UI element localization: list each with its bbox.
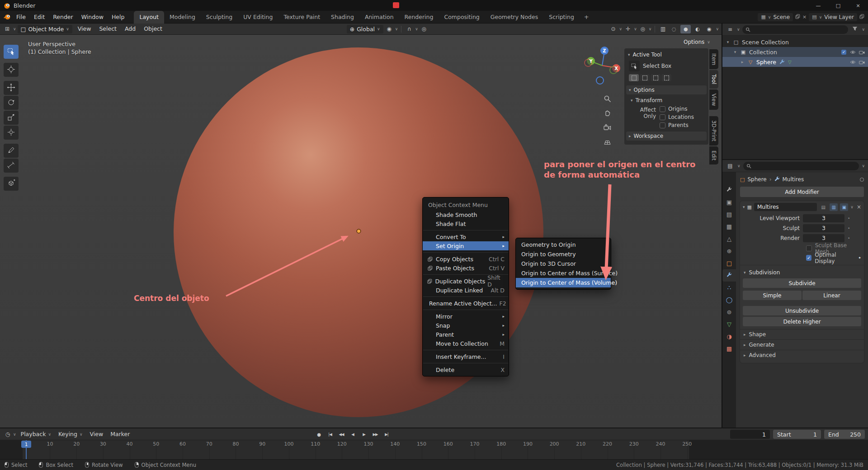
overlays-icon[interactable]: ◎ [638, 26, 647, 32]
tool-add-cube[interactable] [4, 177, 19, 191]
viewport-menu-object[interactable]: Object [140, 23, 166, 35]
close-button[interactable]: × [848, 0, 868, 11]
camera-icon[interactable] [859, 60, 865, 64]
shading-rendered-button[interactable]: ◉ [704, 25, 714, 33]
orthographic-grid-icon[interactable] [603, 138, 611, 146]
modifier-name-field[interactable]: Multires [754, 203, 817, 211]
simple-button[interactable]: Simple [743, 291, 802, 300]
viewport-menu-select[interactable]: Select [95, 23, 121, 35]
workspace-tab-rendering[interactable]: Rendering [399, 11, 439, 24]
select-mode-subtract-button[interactable] [651, 74, 660, 81]
outliner-row-scene-collection[interactable]: ▾□Scene Collection [722, 37, 868, 47]
unsubdivide-button[interactable]: Unsubdivide [743, 306, 861, 315]
transform-subsection-header[interactable]: ▾ Transform [624, 96, 708, 105]
transform-orientation-selector[interactable]: ⊕ Global ∨ [347, 25, 383, 33]
scene-unlink-icon[interactable]: × [802, 14, 807, 20]
outliner-search-input[interactable] [742, 25, 849, 34]
workspace-tab-layout[interactable]: Layout [134, 11, 164, 24]
workspace-tab-shading[interactable]: Shading [326, 11, 359, 24]
properties-search-input[interactable] [743, 162, 859, 170]
section-shape[interactable]: ▸Shape [740, 329, 864, 339]
properties-tab-world[interactable]: ⊕ [722, 245, 736, 257]
select-mode-set-button[interactable] [629, 74, 639, 81]
xray-toggle-icon[interactable]: ▥ [658, 26, 667, 32]
disclosure-icon[interactable]: ▾ [725, 40, 731, 44]
breadcrumb-modifier[interactable]: Multires [783, 176, 804, 183]
context-menu-item-paste-objects[interactable]: Paste ObjectsCtrl V [423, 263, 509, 273]
tool-annotate[interactable] [4, 144, 19, 158]
checkbox-locations[interactable] [660, 114, 665, 120]
view-layer-copy-icon[interactable] [859, 14, 864, 20]
start-frame-field[interactable]: Start 1 [773, 430, 821, 439]
context-menu-item-shade-smooth[interactable]: Shade Smooth [423, 210, 509, 219]
workspace-tab-texture-paint[interactable]: Texture Paint [278, 11, 326, 24]
workspace-tab-geometry-nodes[interactable]: Geometry Nodes [485, 11, 543, 24]
sculpt-base-mesh-checkbox[interactable] [806, 245, 812, 251]
modifier-close-icon[interactable]: × [857, 204, 861, 210]
properties-tab-texture[interactable]: ▩ [722, 343, 736, 355]
context-menu-item-copy-objects[interactable]: Copy ObjectsCtrl C [423, 254, 509, 263]
properties-editor-dropdown-icon[interactable]: ∨ [737, 164, 741, 168]
checkbox-origins[interactable] [660, 106, 665, 112]
workspace-tab-animation[interactable]: Animation [359, 11, 399, 24]
properties-tab-scene[interactable]: △ [722, 233, 736, 245]
properties-filter-dropdown-icon[interactable]: ∨ [862, 164, 865, 168]
submenu-item-geometry-to-origin[interactable]: Geometry to Origin [516, 240, 611, 249]
timeline-editor-dropdown-icon[interactable]: ∨ [13, 432, 16, 437]
current-frame-indicator[interactable]: 1 [21, 441, 31, 448]
workspace-section-header[interactable]: ▸ Workspace [626, 132, 707, 141]
3d-viewport[interactable]: User Perspective (1) Collection | Sphere [0, 35, 722, 428]
pivot-point-icon[interactable]: ◉ [385, 26, 394, 32]
snap-magnet-icon[interactable]: ∩ [405, 26, 414, 32]
eye-icon[interactable] [850, 60, 856, 64]
mode-selector[interactable]: □ Object Mode ∨ [18, 25, 72, 33]
shading-wireframe-button[interactable]: ◌ [669, 25, 679, 33]
camera-icon[interactable] [859, 50, 865, 54]
select-mode-invert-button[interactable] [661, 74, 671, 81]
menu-render[interactable]: Render [49, 11, 77, 24]
properties-editor-icon[interactable]: ▤ [726, 163, 735, 169]
tool-cursor[interactable] [4, 63, 19, 77]
tool-scale[interactable] [4, 111, 19, 125]
timeline-editor-icon[interactable]: ◷ [3, 431, 12, 437]
active-tool-panel-header[interactable]: ▾ Active Tool [624, 51, 708, 59]
context-menu-item-move-to-collection[interactable]: Move to CollectionM [423, 339, 509, 348]
realtime-display-toggle-icon[interactable]: ▥ [830, 203, 838, 211]
eye-icon[interactable] [850, 50, 856, 54]
viewport-menu-add[interactable]: Add [121, 23, 140, 35]
previous-keyframe-button[interactable]: ◀◀ [336, 430, 346, 439]
disclosure-icon[interactable]: ▾ [732, 50, 738, 54]
submenu-item-origin-to-center-of-mass-volume[interactable]: Origin to Center of Mass (Volume) [516, 278, 611, 287]
context-menu-item-duplicate-objects[interactable]: Duplicate ObjectsShift D [423, 277, 509, 286]
select-mode-extend-button[interactable] [640, 74, 650, 81]
workspace-tab-compositing[interactable]: Compositing [439, 11, 485, 24]
add-workspace-button[interactable]: + [580, 14, 594, 20]
optimal-display-checkbox[interactable]: ✓ [806, 255, 811, 261]
pan-hand-icon[interactable] [603, 109, 611, 117]
properties-tab-material[interactable]: ◑ [722, 330, 736, 343]
properties-tab-output[interactable]: ▤ [722, 208, 736, 221]
context-menu-item-shade-flat[interactable]: Shade Flat [423, 219, 509, 228]
current-frame-field[interactable]: 1 [730, 430, 770, 439]
timeline-menu-keying[interactable]: Keying∨ [55, 431, 86, 437]
subdivide-button[interactable]: Subdivide [743, 278, 861, 288]
jump-to-end-button[interactable]: ▶| [382, 430, 392, 439]
outliner-editor-icon[interactable]: ≡ [726, 26, 735, 33]
value-field-level-viewport[interactable]: 3 [803, 214, 844, 222]
maximize-button[interactable]: □ [828, 0, 848, 11]
properties-tab-render[interactable]: ▣ [722, 196, 736, 208]
render-display-toggle-icon[interactable]: ▣ [840, 203, 848, 211]
edit-mode-toggle-icon[interactable]: ▤ [819, 203, 827, 211]
outliner-editor-dropdown-icon[interactable]: ∨ [737, 27, 740, 32]
timeline-menu-marker[interactable]: Marker [107, 431, 133, 437]
sculpt-base-mesh-row[interactable]: Sculpt Base Mesh [806, 244, 861, 252]
scene-copy-icon[interactable] [795, 14, 800, 20]
snap-dropdown-icon[interactable]: ∨ [415, 27, 418, 31]
modifier-expand-icon[interactable]: ▾ [743, 205, 745, 209]
proportional-editing-icon[interactable]: ◎ [420, 26, 429, 32]
properties-tab-constraints[interactable]: ⊚ [722, 306, 736, 318]
context-menu-item-duplicate-linked[interactable]: Duplicate LinkedAlt D [423, 286, 509, 295]
add-modifier-button[interactable]: Add Modifier [740, 187, 864, 197]
tool-transform[interactable] [4, 126, 19, 140]
value-field-sculpt[interactable]: 3 [803, 224, 844, 232]
